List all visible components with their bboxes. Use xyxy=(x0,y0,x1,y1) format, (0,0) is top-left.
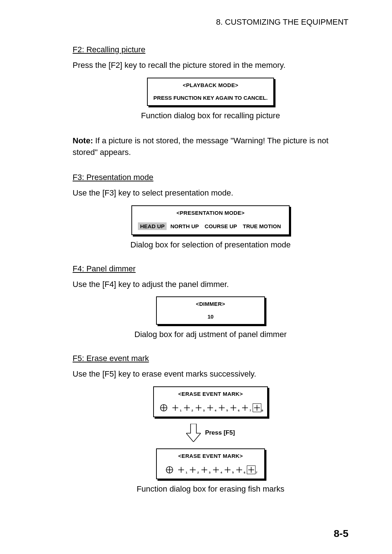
arrow-label: Press [F5] xyxy=(205,429,235,436)
f3-options: HEAD UPNORTH UPCOURSE UPTRUE MOTION xyxy=(138,222,283,230)
f5-dialog1-wrap: <ERASE EVENT MARK> 12345678 xyxy=(73,386,348,417)
plus-mark-icon: 8 xyxy=(253,403,261,412)
f5-title: F5: Erase event mark xyxy=(73,354,348,363)
f3-option[interactable]: HEAD UP xyxy=(138,222,167,230)
circle-plus-icon xyxy=(160,404,168,412)
f5-dialog1: <ERASE EVENT MARK> 12345678 xyxy=(153,386,268,417)
circle-plus-icon xyxy=(166,466,173,474)
f4-caption: Dialog box for adj ustment of panel dimm… xyxy=(73,330,348,339)
mark-subscript: 3 xyxy=(203,409,205,412)
f3-dialog: <PRESENTATION MODE> HEAD UPNORTH UPCOURS… xyxy=(131,205,290,235)
mark-subscript: 1 xyxy=(180,409,181,412)
plus-mark-icon: 7 xyxy=(241,404,249,412)
mark-subscript: 2 xyxy=(192,409,193,412)
f3-option[interactable]: NORTH UP xyxy=(168,222,201,230)
f2-note: Note: If a picture is not stored, the me… xyxy=(73,135,348,158)
f3-dialog-wrap: <PRESENTATION MODE> HEAD UPNORTH UPCOURS… xyxy=(73,205,348,235)
plus-mark-icon: 5 xyxy=(218,404,226,412)
f2-title: F2: Recalling picture xyxy=(73,45,348,54)
f3-text: Use the [F3] key to select presentation … xyxy=(73,187,348,199)
down-arrow-icon xyxy=(186,424,201,442)
mark-subscript: 7 xyxy=(250,409,251,412)
f2-dialog: <PLAYBACK MODE> PRESS FUNCTION KEY AGAIN… xyxy=(147,78,274,106)
f4-dialog-wrap: <DIMMER> 10 xyxy=(73,296,348,325)
f2-text: Press the [F2] key to recall the picture… xyxy=(73,59,348,71)
f4-dialog-title: <DIMMER> xyxy=(163,301,258,307)
mark-subscript: 5 xyxy=(226,409,228,412)
note-body: If a picture is not stored, the message … xyxy=(73,136,328,157)
f3-title: F3: Presentation mode xyxy=(73,173,348,182)
f5-dialog2: <ERASE EVENT MARK> 1234567 xyxy=(156,448,265,479)
mark-subscript: 5 xyxy=(232,471,234,474)
f4-text: Use the [F4] key to adjust the panel dim… xyxy=(73,279,348,290)
plus-mark-icon: 4 xyxy=(206,404,214,412)
f4-dialog-value: 10 xyxy=(163,313,258,320)
mark-subscript: 7 xyxy=(256,471,257,474)
f5-dialog2-wrap: <ERASE EVENT MARK> 1234567 xyxy=(73,448,348,479)
plus-mark-icon: 4 xyxy=(212,466,220,474)
f3-dialog-title: <PRESENTATION MODE> xyxy=(138,210,283,216)
plus-mark-icon: 7 xyxy=(247,465,256,474)
f5-text: Use the [F5] key to erase event marks su… xyxy=(73,368,348,380)
f2-caption: Function dialog box for recalling pictur… xyxy=(73,111,348,120)
marks-before-row: 12345678 xyxy=(160,403,261,412)
mark-subscript: 2 xyxy=(197,471,199,474)
note-label: Note: xyxy=(73,136,93,145)
marks-after-row: 1234567 xyxy=(163,465,258,474)
f5-dialog2-title: <ERASE EVENT MARK> xyxy=(163,453,258,459)
mark-subscript: 3 xyxy=(209,471,211,474)
f3-option[interactable]: TRUE MOTION xyxy=(241,222,283,230)
mark-subscript: 1 xyxy=(186,471,187,474)
f2-dialog-wrap: <PLAYBACK MODE> PRESS FUNCTION KEY AGAIN… xyxy=(73,78,348,106)
arrow-block: Press [F5] xyxy=(73,424,348,442)
plus-mark-icon: 3 xyxy=(195,404,203,412)
page-number: 8-5 xyxy=(334,528,348,539)
mark-subscript: 6 xyxy=(238,409,240,412)
mark-subscript: 4 xyxy=(215,409,216,412)
svg-marker-19 xyxy=(186,424,201,442)
f4-title: F4: Panel dimmer xyxy=(73,264,348,274)
page: 8. CUSTOMIZING THE EQUIPMENT F2: Recalli… xyxy=(0,0,392,554)
plus-mark-icon: 2 xyxy=(189,466,197,474)
plus-mark-icon: 3 xyxy=(200,466,208,474)
mark-subscript: 8 xyxy=(262,409,263,412)
f5-caption: Function dialog box for erasing fish mar… xyxy=(73,484,348,494)
mark-subscript: 6 xyxy=(244,471,245,474)
plus-mark-icon: 2 xyxy=(183,404,191,412)
plus-mark-icon: 1 xyxy=(177,466,185,474)
plus-mark-icon: 6 xyxy=(235,466,243,474)
mark-subscript: 4 xyxy=(221,471,222,474)
f3-caption: Dialog box for selection of presentation… xyxy=(73,240,348,250)
f3-option[interactable]: COURSE UP xyxy=(203,222,239,230)
f2-dialog-body: PRESS FUNCTION KEY AGAIN TO CANCEL. xyxy=(154,95,268,101)
plus-mark-icon: 5 xyxy=(224,466,232,474)
f5-dialog1-title: <ERASE EVENT MARK> xyxy=(160,391,261,397)
plus-mark-icon: 1 xyxy=(171,404,179,412)
f4-dialog: <DIMMER> 10 xyxy=(156,296,265,325)
plus-mark-icon: 6 xyxy=(229,404,237,412)
f2-dialog-title: <PLAYBACK MODE> xyxy=(154,82,268,88)
chapter-header: 8. CUSTOMIZING THE EQUIPMENT xyxy=(73,17,348,27)
